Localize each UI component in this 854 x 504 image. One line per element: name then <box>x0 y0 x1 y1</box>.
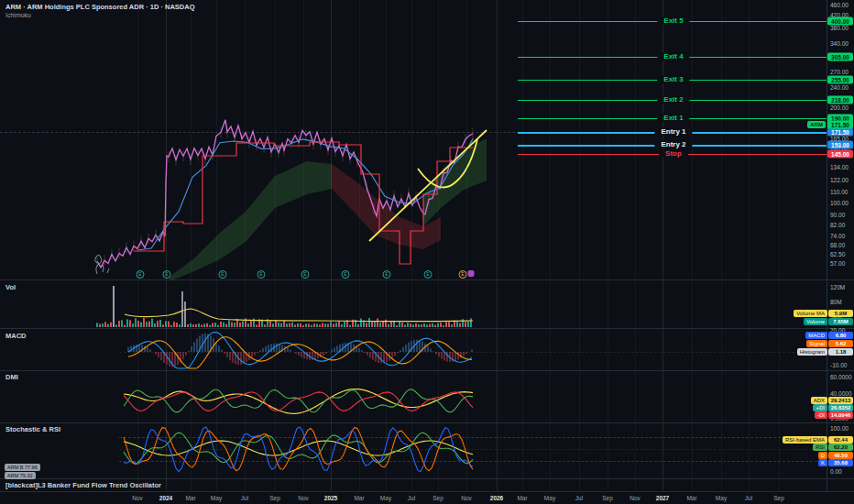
badge-name: K <box>818 459 827 466</box>
dmi--di-badge: +DI26.6352 <box>813 404 853 411</box>
series-bar <box>115 324 117 327</box>
badge-value: 5.62 <box>828 340 853 347</box>
series-bar <box>374 322 376 327</box>
exit-5-label[interactable]: Exit 5 <box>657 16 689 25</box>
series-bar <box>465 322 466 327</box>
series-bar <box>220 322 222 327</box>
series-bar <box>341 324 343 327</box>
series-bar <box>451 324 453 327</box>
exit-4-label[interactable]: Exit 4 <box>657 52 689 60</box>
badge-value: 29.2413 <box>828 397 853 404</box>
earnings-marker-icon[interactable]: E <box>301 270 310 279</box>
time-tick-nov: Nov <box>298 495 309 501</box>
stoch-upper-band <box>119 437 827 438</box>
time-tick-2025: 2025 <box>324 495 337 501</box>
entry-2-label[interactable]: Entry 2 <box>654 140 692 148</box>
series-bar <box>146 322 148 327</box>
special-marker-icon[interactable]: E <box>459 270 467 279</box>
time-tick-nov: Nov <box>132 495 143 501</box>
series-bar <box>272 323 274 327</box>
time-tick-may: May <box>380 495 391 501</box>
series-bar <box>193 342 195 352</box>
series-bar <box>372 352 374 360</box>
series-bar <box>113 286 115 327</box>
pane-separator[interactable] <box>0 478 854 479</box>
series-bar <box>297 323 299 327</box>
earnings-marker-icon[interactable]: E <box>163 270 171 279</box>
exit-3-label[interactable]: Exit 3 <box>657 75 689 83</box>
series-bar <box>443 325 444 327</box>
volume-volume-ma-badge: Volume MA5.9M <box>794 310 853 317</box>
badge-value: 6.80 <box>828 332 853 339</box>
badge-name: +DI <box>813 404 827 411</box>
pane-separator[interactable] <box>0 328 854 329</box>
series-bar <box>317 352 319 358</box>
volume-pane-label[interactable]: Vol <box>5 283 16 291</box>
macd-pane-label[interactable]: MACD <box>5 332 27 340</box>
series-bar <box>170 325 172 327</box>
special-marker-icon[interactable] <box>468 270 475 277</box>
pane-separator[interactable] <box>0 370 854 371</box>
blackcat-pane-label[interactable]: [blackcat]L3 Banker Fund Flow Trend Osci… <box>5 481 161 489</box>
badge-name: MACD <box>805 332 827 339</box>
earnings-marker-icon[interactable]: E <box>342 270 350 279</box>
series-bar <box>173 322 175 327</box>
time-tick-jul: Jul <box>408 495 415 501</box>
pane-separator[interactable] <box>0 279 854 280</box>
symbol-title[interactable]: ARM · ARM Holdings PLC Sponsored ADR · 1… <box>5 3 195 11</box>
series-bar <box>181 291 183 327</box>
series-bar <box>165 321 167 327</box>
series-bar <box>264 324 266 327</box>
time-tick-mar: Mar <box>354 495 364 501</box>
series-bar <box>399 322 400 327</box>
earnings-marker-icon[interactable]: E <box>137 270 145 279</box>
series-bar <box>416 340 418 352</box>
macd-zero-line <box>119 352 827 353</box>
macd-histogram-badge: Histogram1.18 <box>797 348 853 356</box>
entry-1-label[interactable]: Entry 1 <box>654 127 692 136</box>
series-bar <box>212 323 214 327</box>
earnings-marker-icon[interactable]: E <box>383 270 391 279</box>
series-bar <box>380 352 382 363</box>
series-bar <box>195 324 197 327</box>
series-bar <box>240 352 242 365</box>
series-bar <box>401 323 403 327</box>
time-axis-border <box>0 491 854 492</box>
earnings-marker-icon[interactable]: E <box>257 270 266 279</box>
symbol-legend[interactable]: ARM · ARM Holdings PLC Sponsored ADR · 1… <box>5 3 195 19</box>
series-bar <box>283 321 285 327</box>
series-bar <box>302 325 304 327</box>
series-bar <box>166 352 168 365</box>
exit-1-label[interactable]: Exit 1 <box>657 114 689 122</box>
series-bar <box>368 318 370 327</box>
series-bar <box>247 323 249 327</box>
series-bar <box>336 345 338 352</box>
exit-4-price-badge: 305.00 <box>827 53 853 61</box>
series-bar <box>330 322 332 327</box>
series-bar <box>206 323 208 327</box>
earnings-marker-icon[interactable]: E <box>424 270 432 279</box>
time-tick-sep: Sep <box>602 495 613 501</box>
exit-2-label[interactable]: Exit 2 <box>657 95 689 104</box>
series-bar <box>151 319 153 327</box>
series-bar <box>426 324 428 327</box>
pane-separator[interactable] <box>0 422 854 423</box>
stoch-mid-band <box>119 449 827 450</box>
badge-name: Histogram <box>797 348 827 356</box>
dmi-pane-label[interactable]: DMI <box>5 373 18 381</box>
stop-label[interactable]: Stop <box>659 149 688 158</box>
series-bar <box>242 321 244 327</box>
series-bar <box>187 324 189 327</box>
earnings-marker-icon[interactable]: E <box>219 270 227 279</box>
volume-pane-series <box>96 286 473 327</box>
series-bar <box>148 322 150 327</box>
series-bar <box>300 323 301 327</box>
indicator-ichimoku-label[interactable]: Ichimoku <box>5 11 195 19</box>
series-bar <box>377 319 378 327</box>
series-bar <box>333 323 334 327</box>
chart-canvas[interactable] <box>0 0 854 491</box>
series-bar <box>110 323 112 327</box>
series-path <box>124 441 473 455</box>
stoch-pane-label[interactable]: Stochastic & RSI <box>5 425 60 433</box>
series-bar <box>129 320 131 327</box>
